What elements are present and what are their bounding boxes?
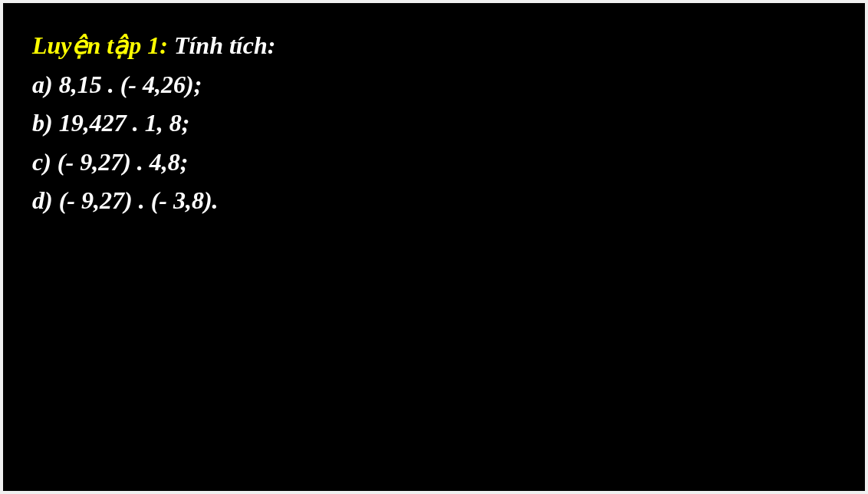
title-line: Luyện tập 1: Tính tích: [32,26,836,65]
list-item: c) (- 9,27) . 4,8; [32,143,836,182]
exercise-instruction: Tính tích: [168,31,275,59]
list-item: b) 19,427 . 1, 8; [32,104,836,143]
list-item: a) 8,15 . (- 4,26); [32,65,836,104]
slide-container: Luyện tập 1: Tính tích: a) 8,15 . (- 4,2… [3,3,865,491]
list-item: d) (- 9,27) . (- 3,8). [32,181,836,220]
exercise-title: Luyện tập 1: [32,31,168,59]
